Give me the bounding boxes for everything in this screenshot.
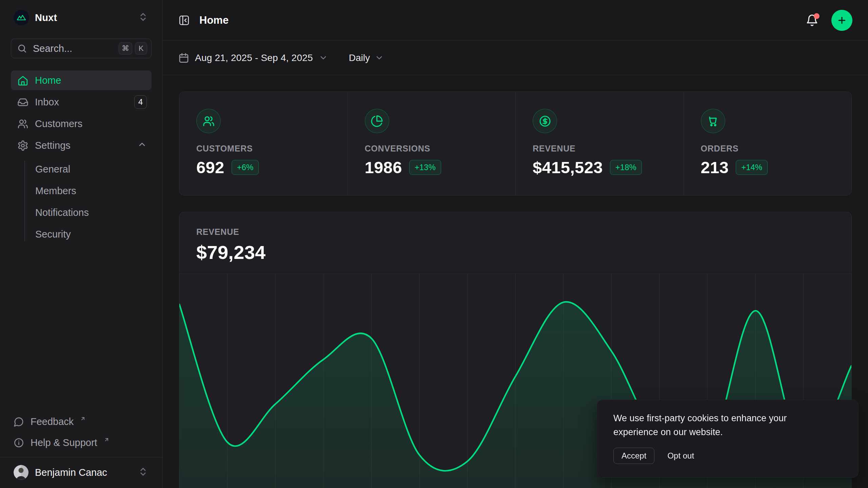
stat-revenue[interactable]: REVENUE $415,523 +18%	[515, 92, 684, 195]
chevron-down-icon	[319, 53, 328, 62]
stat-value: 1986	[365, 158, 402, 177]
stat-label: REVENUE	[533, 144, 684, 154]
kbd-k: K	[135, 42, 147, 55]
search-placeholder: Search...	[33, 43, 72, 54]
stat-value: $415,523	[533, 158, 603, 177]
nuxt-logo-icon	[14, 10, 29, 25]
sidebar-spacer	[11, 244, 152, 412]
search-icon	[17, 43, 27, 54]
stat-delta-badge: +18%	[610, 160, 642, 175]
info-circle-icon	[14, 438, 24, 448]
cookie-banner: We use first-party cookies to enhance yo…	[597, 400, 859, 478]
sidebar-item-settings[interactable]: Settings	[11, 136, 152, 155]
sidebar: Nuxt Search... ⌘ K Ho	[0, 0, 163, 488]
filters-toolbar: Aug 21, 2025 - Sep 4, 2025 Daily	[163, 41, 868, 75]
kbd-cmd: ⌘	[119, 42, 132, 55]
sidebar-item-home[interactable]: Home	[11, 70, 152, 90]
stat-orders[interactable]: ORDERS 213 +14%	[684, 92, 852, 195]
stat-value: 213	[701, 158, 729, 177]
brand-name: Nuxt	[35, 12, 57, 23]
sidebar-item-customers[interactable]: Customers	[11, 114, 152, 134]
stat-delta-badge: +6%	[232, 160, 259, 175]
chart-title: REVENUE	[179, 212, 851, 237]
chevrons-up-down-icon	[138, 467, 148, 478]
stat-label: ORDERS	[701, 144, 852, 154]
sidebar-item-label: Inbox	[35, 97, 59, 108]
chevrons-up-down-icon	[138, 12, 148, 23]
cart-icon	[701, 109, 725, 133]
granularity-value: Daily	[349, 53, 370, 63]
sidebar-item-members[interactable]: Members	[35, 181, 152, 201]
stat-label: CUSTOMERS	[196, 144, 348, 154]
stat-conversions[interactable]: CONVERSIONS 1986 +13%	[348, 92, 516, 195]
external-link-icon	[104, 440, 110, 446]
calendar-icon	[178, 53, 189, 63]
sidebar-item-label: Settings	[35, 140, 71, 151]
search-input[interactable]: Search... ⌘ K	[11, 39, 152, 58]
home-icon	[17, 75, 28, 86]
plus-icon	[837, 15, 847, 25]
chevron-up-icon	[137, 140, 147, 151]
avatar	[14, 465, 28, 480]
sidebar-item-inbox[interactable]: Inbox 4	[11, 92, 152, 112]
help-support-label: Help & Support	[31, 437, 97, 448]
notification-dot	[814, 13, 820, 19]
notifications-button[interactable]	[806, 14, 818, 27]
topbar: Home	[163, 0, 868, 41]
chevron-down-icon	[375, 53, 384, 62]
user-name: Benjamin Canac	[35, 467, 107, 478]
sidebar-nav: Home Inbox 4 Customers	[11, 70, 152, 244]
accept-cookies-button[interactable]: Accept	[613, 448, 654, 464]
workspace-switcher[interactable]: Nuxt	[11, 7, 152, 28]
search-kbd-group: ⌘ K	[119, 42, 147, 55]
sidebar-item-security[interactable]: Security	[35, 224, 152, 244]
sidebar-item-label: Customers	[35, 118, 82, 129]
cookie-message: We use first-party cookies to enhance yo…	[613, 411, 817, 439]
users-icon	[196, 109, 221, 133]
panel-left-close-icon	[178, 15, 190, 26]
date-range-picker[interactable]: Aug 21, 2025 - Sep 4, 2025	[178, 53, 328, 63]
cookie-actions: Accept Opt out	[613, 448, 842, 464]
feedback-link[interactable]: Feedback	[11, 412, 152, 431]
feedback-label: Feedback	[31, 416, 74, 427]
speech-bubble-icon	[14, 416, 24, 427]
add-button[interactable]	[831, 10, 852, 31]
help-support-link[interactable]: Help & Support	[11, 433, 152, 452]
chart-total-value: $79,234	[179, 237, 851, 263]
inbox-count-badge: 4	[134, 95, 147, 109]
topbar-actions	[806, 10, 852, 31]
page-title: Home	[199, 14, 229, 26]
stat-customers[interactable]: CUSTOMERS 692 +6%	[179, 92, 348, 195]
users-icon	[17, 118, 28, 129]
gear-icon	[17, 140, 28, 151]
stat-delta-badge: +13%	[409, 160, 441, 175]
granularity-select[interactable]: Daily	[349, 53, 384, 63]
stat-delta-badge: +14%	[736, 160, 768, 175]
external-link-icon	[80, 419, 86, 425]
pie-chart-icon	[365, 109, 389, 133]
user-menu[interactable]: Benjamin Canac	[11, 458, 152, 488]
stats-card: CUSTOMERS 692 +6% CONVERSIONS	[179, 92, 852, 196]
optout-cookies-button[interactable]: Opt out	[667, 451, 694, 461]
inbox-icon	[17, 97, 28, 108]
sidebar-item-general[interactable]: General	[35, 159, 152, 179]
date-range-value: Aug 21, 2025 - Sep 4, 2025	[195, 53, 313, 63]
sidebar-item-notifications[interactable]: Notifications	[35, 203, 152, 222]
dollar-circle-icon	[533, 109, 557, 133]
settings-subnav: General Members Notifications Security	[11, 159, 152, 244]
sidebar-footer-links: Feedback Help & Support	[11, 412, 152, 456]
stat-label: CONVERSIONS	[365, 144, 516, 154]
stat-value: 692	[196, 158, 224, 177]
collapse-sidebar-button[interactable]	[178, 15, 190, 26]
sidebar-item-label: Home	[35, 75, 61, 86]
